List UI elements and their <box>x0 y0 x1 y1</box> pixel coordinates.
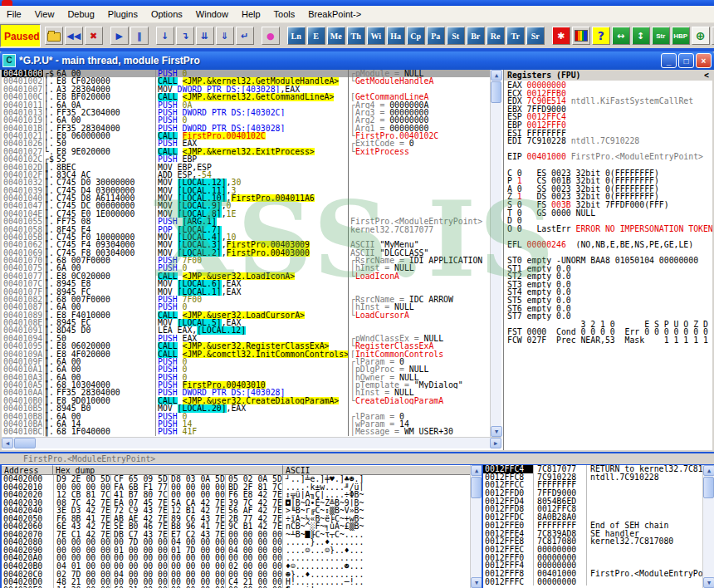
help-button[interactable]: ? <box>592 27 610 45</box>
register-line[interactable]: ST6 empty 0.0 <box>504 305 712 313</box>
register-line[interactable]: EDX 7C90E514 ntdll.KiFastSystemCallRet <box>504 97 712 105</box>
menu-breakpoint[interactable]: BreakPoint-> <box>301 6 368 22</box>
register-line[interactable]: ESP 0012FFC4 <box>504 113 712 121</box>
menu-view[interactable]: View <box>28 6 61 22</box>
register-line[interactable]: FCW 027F Prec NEAR,53 Mask 1 1 1 1 1 1 <box>504 336 712 345</box>
scroll-up-icon[interactable]: ▲ <box>491 70 502 81</box>
threads-button[interactable]: Th <box>347 27 365 45</box>
dump-body[interactable]: 00402000D9 2E 0D 5DCF 65 09 5DD8 03 0A 5… <box>2 475 470 588</box>
call-stack-button[interactable]: St <box>447 27 465 45</box>
expand-width-button[interactable]: ↔ <box>612 27 630 45</box>
menu-window[interactable]: Window <box>189 6 235 22</box>
register-line[interactable]: EFL 00000246 (NO,NB,E,BE,NS,PE,GE,LE) <box>504 241 712 249</box>
step-into-button[interactable]: ↓ <box>156 27 174 45</box>
register-line[interactable]: ST0 empty -UNORM BAA8 01050104 00000000 <box>504 257 712 265</box>
stack-row[interactable]: 0012FFFC00000000 <box>483 578 702 586</box>
disasm-row[interactable]: 00401021│.E8 06000000CALL FirstPro.00401… <box>2 132 490 140</box>
go-to-button[interactable]: ● <box>262 27 280 45</box>
register-line[interactable]: ST2 empty 0.0 <box>504 272 712 281</box>
register-line[interactable]: EIP 00401000 FirstPro.<ModuleEntryPoint> <box>504 153 712 161</box>
dump-header-hex[interactable]: Hex dump <box>53 465 283 475</box>
hardware-bp-button[interactable]: HBP <box>672 27 690 45</box>
register-line[interactable]: A 0 SS 0023 32bit 0(FFFFFFFF) <box>504 185 712 194</box>
run-trace-button[interactable]: Tr <box>506 27 525 45</box>
dump-header-ascii[interactable]: ASCII <box>283 465 482 475</box>
register-line[interactable]: P 1 CS 001B 32bit 0(FFFFFFFF) <box>504 177 712 185</box>
register-line[interactable]: ST1 empty 0.0 <box>504 265 712 273</box>
scroll-down-icon[interactable]: ▼ <box>491 426 502 437</box>
menu-debug[interactable]: Debug <box>61 6 100 22</box>
register-line[interactable]: EAX 00000000 <box>504 81 712 90</box>
menu-file[interactable]: File <box>0 6 28 22</box>
collapse-icon[interactable]: < <box>704 70 709 81</box>
restart-button[interactable]: ◀◀ <box>65 27 83 45</box>
source-button[interactable]: Sr <box>526 27 545 45</box>
menu-tools[interactable]: Tools <box>267 6 302 22</box>
close-program-button[interactable]: ✖ <box>85 27 103 45</box>
scroll-up-icon[interactable]: ▲ <box>471 465 482 476</box>
memory-map-button[interactable]: Me <box>327 27 345 45</box>
run-button[interactable]: ▶ <box>110 27 129 45</box>
windows-button[interactable]: Wi <box>367 27 385 45</box>
stack-vscroll[interactable]: ▲ ▼ <box>702 465 714 588</box>
register-line[interactable]: EBP 0012FFF0 <box>504 121 712 130</box>
register-line[interactable]: ST7 empty 0.0 <box>504 312 712 321</box>
appearance-button[interactable] <box>572 27 590 45</box>
trace-over-button[interactable]: ⇓ <box>216 27 234 45</box>
register-line[interactable]: S 0 FS 003B 32bit 7FFDF000(FFF) <box>504 201 712 209</box>
register-line[interactable]: O 0 LastErr ERROR_NO_IMPERSONATION_TOKEN <box>504 225 712 233</box>
scroll-up-icon[interactable]: ▲ <box>703 465 714 476</box>
step-over-button[interactable]: ↴ <box>176 27 194 45</box>
scroll-thumb[interactable] <box>14 438 36 448</box>
execute-till-return-button[interactable]: ↵ <box>236 27 254 45</box>
disasm-row[interactable]: 00401027└.E8 9E020000CALL <JMP.&kernel32… <box>2 148 490 155</box>
register-line[interactable]: EDI 7C910228 ntdll.7C910228 <box>504 137 712 145</box>
handles-button[interactable]: Ha <box>387 27 405 45</box>
scroll-down-icon[interactable]: ▼ <box>703 577 714 588</box>
register-line[interactable]: D 0 <box>504 217 712 225</box>
disasm-hscroll[interactable]: ◀ ▶ <box>2 437 501 448</box>
register-line[interactable]: C 0 ES 0023 32bit 0(FFFFFFFF) <box>504 169 712 178</box>
scroll-down-icon[interactable]: ▼ <box>471 577 482 588</box>
disasm-vscroll[interactable]: ▲ ▼ <box>490 70 501 437</box>
disassembly-pane[interactable]: 00401000┌$6A 00PUSH 0┌pModule = NULL0040… <box>2 70 490 437</box>
dump-vscroll[interactable]: ▲ ▼ <box>470 465 482 588</box>
register-line[interactable]: ST4 empty 0.0 <box>504 288 712 296</box>
references-button[interactable]: Re <box>487 27 505 45</box>
scroll-thumb[interactable] <box>491 81 501 103</box>
register-line[interactable] <box>504 161 712 169</box>
cpu-titlebar[interactable]: C *G.P.U* - main thread, module FirstPro… <box>0 51 714 70</box>
strings-button[interactable]: Str <box>652 27 670 45</box>
scroll-right-icon[interactable]: ▶ <box>490 438 501 448</box>
register-line[interactable]: T 0 GS 0000 NULL <box>504 209 712 218</box>
minimize-button[interactable]: _ <box>661 53 677 68</box>
menu-help[interactable]: Help <box>235 6 267 22</box>
breakpoints-button[interactable]: Br <box>467 27 485 45</box>
register-line[interactable]: FST 0000 Cond 0 0 0 0 Err 0 0 0 0 0 0 0 … <box>504 328 712 336</box>
register-line[interactable]: ST3 empty 0.0 <box>504 281 712 289</box>
close-button[interactable]: × <box>696 53 712 68</box>
register-line[interactable]: Z 1 DS 0023 32bit 0(FFFFFFFF) <box>504 193 712 201</box>
pause-button[interactable]: ‖ <box>130 27 149 45</box>
add-button[interactable]: ⊕ <box>692 27 710 45</box>
cpu-window-button[interactable]: Cp <box>407 27 425 45</box>
register-line[interactable] <box>504 248 712 257</box>
stack-body[interactable]: 0012FFC47C817077RETURN to kernel32.7C810… <box>483 465 702 588</box>
executables-button[interactable]: E <box>307 27 325 45</box>
patches-button[interactable]: Pa <box>427 27 445 45</box>
trace-into-button[interactable]: ⇊ <box>196 27 214 45</box>
register-line[interactable]: EBX 7FFD9000 <box>504 105 712 114</box>
scroll-left-icon[interactable]: ◀ <box>2 438 13 448</box>
menu-plugins[interactable]: Plugins <box>101 6 144 22</box>
options-button[interactable]: ✱ <box>552 27 570 45</box>
disasm-row[interactable]: 004010BC║.68 1F040000PUSH 41F│Message = … <box>2 428 490 435</box>
log-window-button[interactable]: Ln <box>287 27 306 45</box>
disasm-row[interactable]: 00401091║.8D45 D0LEA EAX,[LOCAL.12] <box>2 326 490 334</box>
expand-height-button[interactable]: ↕ <box>632 27 650 45</box>
dump-header-address[interactable]: Address <box>2 465 53 475</box>
scroll-thumb[interactable] <box>703 477 714 498</box>
register-line[interactable] <box>504 145 712 154</box>
registers-body[interactable]: EAX 00000000ECX 0012FFB0EDX 7C90E514 ntd… <box>504 81 712 345</box>
maximize-button[interactable]: □ <box>678 53 694 68</box>
register-line[interactable]: ST5 empty 0.0 <box>504 296 712 305</box>
